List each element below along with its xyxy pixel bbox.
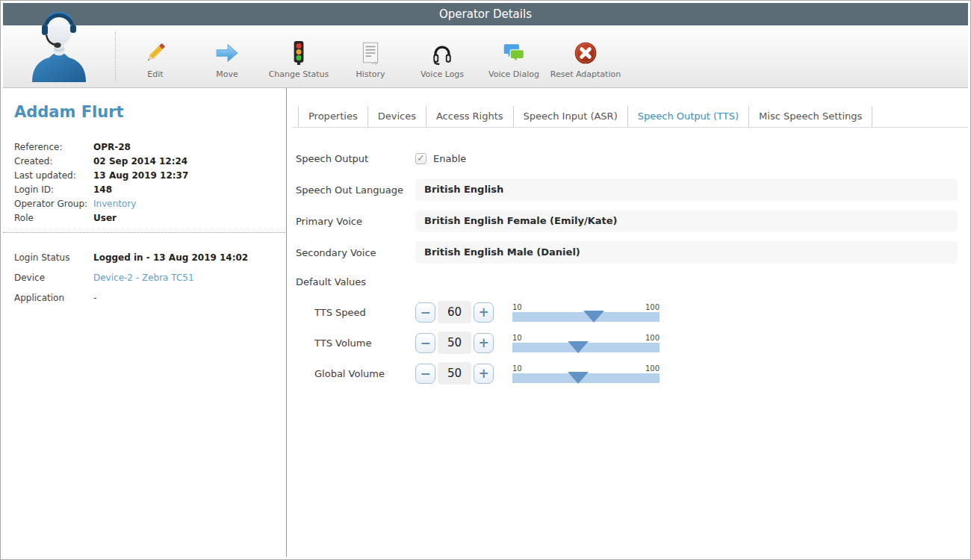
toolbar: Edit Move [3,26,968,88]
slider-thumb[interactable] [583,311,604,323]
tab-speech-output-tts[interactable]: Speech Output (TTS) [628,106,749,127]
operator-name: Addam Flurt [14,103,124,121]
enable-checkbox-label: Enable [433,153,466,164]
speech-output-label: Speech Output [296,153,415,164]
toolbar-buttons: Edit Move [120,28,621,79]
slider-track[interactable] [512,343,660,352]
operator-group-link[interactable]: Inventory [93,197,136,211]
session-row: Application - [14,288,277,308]
history-button-label: History [356,70,385,79]
property-row: Operator Group: Inventory [14,197,277,211]
slider-min-label: 10 [512,334,522,342]
property-row: Role User [14,211,277,225]
tab-access-rights[interactable]: Access Rights [426,106,514,127]
minus-button[interactable]: − [415,333,435,353]
chat-bubbles-icon [501,38,527,68]
reference-value: OPR-28 [93,140,131,155]
plus-button[interactable]: + [474,302,494,323]
plus-button[interactable]: + [474,364,494,384]
global-volume-value: 50 [438,362,471,385]
device-link[interactable]: Device-2 - Zebra TC51 [93,268,194,288]
pencil-icon [143,38,168,68]
created-value: 02 Sep 2014 12:24 [93,155,187,169]
speech-out-language-row: Speech Out Language British English [296,178,958,201]
operator-avatar-icon [25,7,93,84]
slider-track[interactable] [512,373,660,383]
tab-speech-input-asr[interactable]: Speech Input (ASR) [514,106,628,127]
speech-output-enable-row: Speech Output Enable [296,149,958,169]
property-row: Reference: OPR-28 [14,140,277,155]
red-x-circle-icon [573,38,598,68]
arrow-right-icon [214,38,240,68]
tts-volume-row: TTS Volume − 50 + 10 100 [296,330,958,355]
voice-dialog-button[interactable]: Voice Dialog [478,28,550,79]
default-values-label: Default Values [296,276,958,288]
traffic-light-icon [286,38,311,68]
edit-button[interactable]: Edit [120,28,191,79]
tab-properties[interactable]: Properties [298,106,368,127]
slider-thumb[interactable] [568,341,589,353]
titlebar: Operator Details [3,3,968,25]
voice-dialog-button-label: Voice Dialog [488,70,539,79]
headphones-icon [429,38,455,68]
login-status-value: Logged in - 13 Aug 2019 14:02 [93,248,248,268]
global-volume-label: Global Volume [314,368,415,379]
slider-min-label: 10 [512,303,522,311]
minus-button[interactable]: − [415,302,435,323]
tts-speed-value: 60 [438,301,471,323]
last-updated-value: 13 Aug 2019 12:37 [93,169,188,183]
tts-speed-slider: 10 100 [512,303,660,322]
detail-panel: Properties Devices Access Rights Speech … [288,88,968,557]
slider-track[interactable] [512,312,660,322]
voice-logs-button[interactable]: Voice Logs [406,28,478,79]
session-info: Login Status Logged in - 13 Aug 2019 14:… [14,248,277,308]
history-button[interactable]: History [335,28,406,79]
tab-bar: Properties Devices Access Rights Speech … [292,106,968,128]
tab-devices[interactable]: Devices [368,106,426,127]
secondary-voice-field[interactable]: British English Male (Daniel) [415,241,958,264]
section-divider [3,232,287,233]
tts-speed-label: TTS Speed [314,307,415,318]
login-id-value: 148 [93,183,112,197]
global-volume-stepper: − 50 + [415,362,494,385]
minus-button[interactable]: − [415,364,435,384]
tts-speed-stepper: − 60 + [415,301,494,323]
reset-adaptation-button-label: Reset Adaptation [550,70,621,79]
voice-logs-button-label: Voice Logs [421,70,464,79]
change-status-button-label: Change Status [269,70,329,79]
primary-voice-row: Primary Voice British English Female (Em… [296,210,958,232]
enable-checkbox[interactable] [415,153,426,164]
tts-volume-value: 50 [438,332,471,354]
global-volume-slider: 10 100 [512,364,660,383]
tab-misc-speech-settings[interactable]: Misc Speech Settings [749,106,872,127]
primary-voice-field[interactable]: British English Female (Emily/Kate) [415,210,958,232]
tts-volume-label: TTS Volume [314,337,415,349]
document-icon [358,38,383,68]
operator-properties: Reference: OPR-28 Created: 02 Sep 2014 1… [14,140,277,225]
speech-out-language-field[interactable]: British English [415,178,958,201]
toolbar-divider [115,32,116,81]
tts-volume-stepper: − 50 + [415,332,494,354]
property-row: Last updated: 13 Aug 2019 12:37 [14,169,277,183]
slider-max-label: 100 [645,303,660,311]
move-button-label: Move [216,70,238,79]
speech-output-form: Speech Output Enable Speech Out Language… [296,149,958,386]
plus-button[interactable]: + [474,333,494,353]
change-status-button[interactable]: Change Status [263,28,335,79]
slider-max-label: 100 [645,364,660,373]
tts-volume-slider: 10 100 [512,334,660,352]
tts-speed-row: TTS Speed − 60 + 10 100 [296,299,958,325]
slider-thumb[interactable] [568,372,589,384]
slider-max-label: 100 [645,334,660,342]
content-area: Addam Flurt Reference: OPR-28 Created: 0… [3,88,968,557]
session-row: Device Device-2 - Zebra TC51 [14,268,277,288]
application-value: - [93,288,96,308]
edit-button-label: Edit [147,70,163,79]
operator-details-window: Operator Details Edit [0,0,971,560]
session-row: Login Status Logged in - 13 Aug 2019 14:… [14,248,277,268]
secondary-voice-row: Secondary Voice British English Male (Da… [296,241,958,264]
reset-adaptation-button[interactable]: Reset Adaptation [550,28,621,79]
role-value: User [93,211,117,225]
move-button[interactable]: Move [191,28,263,79]
property-row: Created: 02 Sep 2014 12:24 [14,155,277,169]
